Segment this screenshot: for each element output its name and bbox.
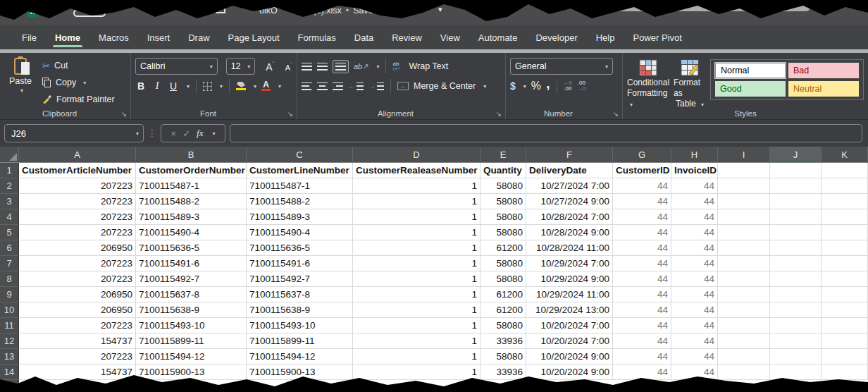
row-header-1[interactable]: 1 (0, 163, 19, 178)
cell-delivery-date[interactable]: 10/29/2024 11:00 (526, 287, 613, 302)
enter-button[interactable]: ✓ (182, 128, 190, 139)
cell-customer-realease-number[interactable]: 1 (353, 333, 480, 349)
cell-customer-realease-number[interactable]: 1 (353, 318, 480, 333)
cell-customer-realease-number[interactable]: 1 (353, 240, 480, 256)
underline-dropdown-icon[interactable]: ▾ (187, 83, 190, 90)
grow-font-button[interactable]: Aˆ (266, 61, 274, 73)
search-bar-fragment[interactable] (595, 2, 810, 11)
empty-cell[interactable] (770, 163, 822, 178)
name-box[interactable]: ▾ (4, 124, 144, 142)
row-header[interactable]: 10 (0, 302, 19, 318)
menu-tab-insert[interactable]: Insert (138, 25, 180, 49)
cell-delivery-date[interactable]: 10/28/2024 11:00 (526, 240, 613, 256)
cell-customer-order-number[interactable]: 7100115488-2 (136, 194, 247, 209)
style-chip-good[interactable]: Good (715, 81, 786, 97)
menu-tab-view[interactable]: View (431, 25, 469, 49)
cell-customer-id[interactable]: 44 (613, 225, 671, 240)
cell-customer-id[interactable]: 44 (613, 287, 671, 302)
cell-customer-article-number[interactable]: 206950 (19, 302, 136, 318)
currency-dropdown-icon[interactable]: ▾ (523, 83, 526, 90)
cell-delivery-date[interactable]: 10/29/2024 13:00 (526, 302, 613, 318)
cell-invoice-id[interactable]: 44 (671, 271, 718, 287)
header-cell[interactable]: CustomerArticleNumber (19, 163, 136, 178)
cell-customer-article-number[interactable]: 207223 (19, 271, 136, 287)
middle-align-button[interactable] (317, 63, 328, 71)
cell-customer-id[interactable]: 44 (613, 349, 671, 365)
menu-tab-help[interactable]: Help (587, 25, 624, 49)
column-header-c[interactable]: C (247, 147, 353, 163)
empty-cell[interactable] (822, 163, 868, 178)
cell-customer-realease-number[interactable]: 1 (353, 302, 480, 318)
paste-button[interactable]: Paste ▾ (4, 56, 37, 107)
cell-delivery-date[interactable]: 10/28/2024 7:00 (526, 209, 613, 225)
style-chip-neutral[interactable]: Neutral (788, 81, 859, 97)
select-all-button[interactable] (0, 147, 19, 163)
cell-customer-realease-number[interactable]: 1 (353, 287, 480, 302)
conditional-formatting-button[interactable]: Conditional Formatting ▾ (627, 58, 669, 110)
cell-invoice-id[interactable]: 44 (671, 349, 718, 365)
cell-customer-order-number[interactable]: 7100115899-11 (136, 333, 247, 349)
align-center-button[interactable] (317, 82, 328, 90)
cell-customer-realease-number[interactable]: 1 (353, 194, 480, 209)
cell-customer-realease-number[interactable]: 1 (353, 256, 480, 271)
merge-center-button[interactable]: Merge & Center (414, 81, 476, 91)
menu-tab-data[interactable]: Data (345, 25, 383, 49)
cell-customer-order-number[interactable]: 7100115636-5 (136, 240, 247, 256)
cell-invoice-id[interactable]: 44 (671, 178, 718, 194)
empty-cell[interactable] (770, 287, 822, 302)
cell-customer-order-number[interactable]: 7100115900-13 (136, 365, 247, 380)
fill-color-dropdown-icon[interactable]: ▾ (254, 83, 256, 90)
borders-icon[interactable] (203, 82, 212, 91)
header-cell[interactable]: CustomerLineNumber (247, 163, 353, 178)
borders-dropdown-icon[interactable]: ▾ (220, 83, 223, 90)
cell-customer-order-number[interactable]: 7100115489-3 (136, 209, 247, 225)
column-header-i[interactable]: I (718, 147, 770, 163)
cell-customer-article-number[interactable]: 207223 (19, 209, 136, 225)
cell-invoice-id[interactable]: 44 (671, 194, 718, 209)
fx-dropdown-icon[interactable]: ▾ (212, 130, 215, 137)
empty-cell[interactable] (822, 178, 868, 194)
cell-delivery-date[interactable]: 10/20/2024 7:00 (526, 318, 613, 333)
cell-customer-realease-number[interactable]: 1 (353, 225, 480, 240)
cell-quantity[interactable]: 58080 (480, 271, 526, 287)
cell-customer-order-number[interactable]: 7100115494-12 (136, 349, 247, 365)
cell-invoice-id[interactable]: 44 (671, 318, 718, 333)
empty-cell[interactable] (770, 240, 822, 256)
header-cell[interactable]: CustomerID (613, 163, 671, 178)
copy-button[interactable]: Copy ▾ (42, 75, 115, 91)
row-header[interactable]: 7 (0, 256, 19, 271)
font-name-select[interactable]: Calibri▾ (135, 58, 218, 75)
header-cell[interactable]: InvoiceID (671, 163, 718, 178)
empty-cell[interactable] (822, 194, 868, 209)
cell-customer-article-number[interactable]: 207223 (19, 178, 136, 194)
cell-customer-order-number[interactable]: 7100115487-1 (136, 178, 247, 194)
header-cell[interactable]: DeliveryDate (526, 163, 613, 178)
cell-customer-id[interactable]: 44 (613, 271, 671, 287)
comma-style-button[interactable]: , (546, 80, 550, 87)
cell-customer-line-number[interactable]: 7100115487-1 (247, 178, 353, 194)
name-box-dropdown-icon[interactable]: ▾ (136, 130, 139, 137)
merge-center-dropdown-icon[interactable]: ▾ (483, 83, 486, 90)
cell-quantity[interactable]: 58080 (480, 225, 526, 240)
cell-customer-article-number[interactable]: 207223 (19, 225, 136, 240)
empty-cell[interactable] (718, 287, 770, 302)
empty-cell[interactable] (770, 209, 822, 225)
empty-cell[interactable] (718, 333, 770, 349)
menu-tab-page-layout[interactable]: Page Layout (219, 25, 289, 49)
empty-cell[interactable] (718, 225, 770, 240)
header-cell[interactable]: Quantity (480, 163, 526, 178)
decrease-decimal-button[interactable]: .00→0 (577, 80, 585, 92)
empty-cell[interactable] (822, 240, 868, 256)
title-chevron-icon[interactable]: ▾ (438, 5, 442, 14)
row-header[interactable]: 4 (0, 209, 19, 225)
cell-customer-order-number[interactable]: 7100115493-10 (136, 318, 247, 333)
empty-cell[interactable] (718, 209, 770, 225)
cell-invoice-id[interactable]: 44 (671, 287, 718, 302)
cell-delivery-date[interactable]: 10/20/2024 7:00 (526, 333, 613, 349)
cell-customer-id[interactable]: 44 (613, 318, 671, 333)
cell-customer-article-number[interactable]: 154737 (19, 333, 136, 349)
menu-tab-macros[interactable]: Macros (89, 25, 138, 49)
menu-tab-formulas[interactable]: Formulas (289, 25, 345, 49)
row-header[interactable]: 5 (0, 225, 19, 240)
cell-delivery-date[interactable]: 10/28/2024 9:00 (526, 225, 613, 240)
